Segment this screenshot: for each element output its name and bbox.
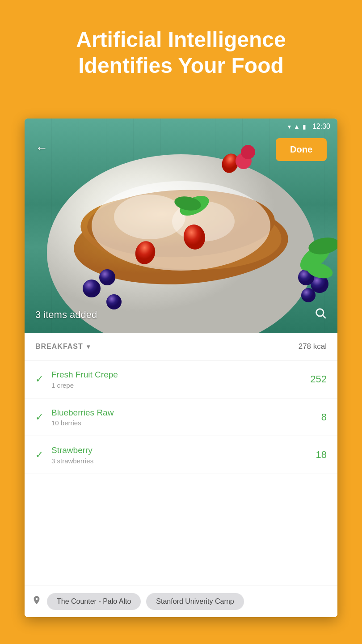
svg-point-23 — [316, 309, 324, 316]
check-icon-strawberry: ✓ — [35, 449, 43, 461]
check-icon-blueberries: ✓ — [35, 411, 43, 423]
food-item-strawberry[interactable]: ✓ Strawberry 3 strawberries 18 — [25, 436, 337, 474]
food-serving-blueberries: 10 berries — [51, 419, 321, 427]
food-item-blueberries[interactable]: ✓ Blueberries Raw 10 berries 8 — [25, 398, 337, 436]
svg-point-8 — [99, 269, 115, 285]
svg-point-17 — [241, 145, 255, 159]
food-calories-strawberry: 18 — [316, 449, 327, 461]
meal-type-label: BREAKFAST — [35, 343, 83, 351]
battery-icon: ▮ — [303, 123, 306, 130]
food-name-strawberry: Strawberry — [51, 445, 316, 456]
svg-point-7 — [83, 280, 101, 297]
food-item-crepe[interactable]: ✓ Fresh Fruit Crepe 1 crepe 252 — [25, 360, 337, 398]
camera-view: ▾ ▲ ▮ 12:30 ← Done 3 items added — [25, 119, 337, 333]
hero-title-line2: Identifies Your Food — [78, 54, 284, 77]
items-added-label: 3 items added — [35, 309, 97, 321]
location-pin-icon — [32, 595, 42, 608]
meal-list: BREAKFAST ▾ 278 kcal ✓ Fresh Fruit Crepe… — [25, 333, 337, 617]
food-info-crepe: Fresh Fruit Crepe 1 crepe — [51, 369, 310, 389]
food-serving-crepe: 1 crepe — [51, 381, 310, 389]
meal-chevron-icon: ▾ — [87, 343, 90, 350]
status-time: 12:30 — [312, 123, 330, 131]
done-button[interactable]: Done — [276, 138, 327, 161]
location-bar: The Counter - Palo Alto Stanford Univeri… — [25, 585, 337, 617]
food-serving-strawberry: 3 strawberries — [51, 457, 316, 465]
wifi-icon: ▾ — [288, 123, 291, 130]
svg-point-10 — [301, 288, 316, 302]
check-icon-crepe: ✓ — [35, 373, 43, 385]
back-button[interactable]: ← — [35, 141, 48, 155]
location-chip-stanford[interactable]: Stanford Univerity Camp — [146, 593, 244, 610]
meal-label-group: BREAKFAST ▾ — [35, 343, 90, 351]
food-calories-blueberries: 8 — [321, 411, 327, 423]
location-chip-counter[interactable]: The Counter - Palo Alto — [47, 593, 141, 610]
food-info-blueberries: Blueberries Raw 10 berries — [51, 407, 321, 427]
food-name-blueberries: Blueberries Raw — [51, 407, 321, 419]
meal-header[interactable]: BREAKFAST ▾ 278 kcal — [25, 333, 337, 360]
status-bar: ▾ ▲ ▮ 12:30 — [25, 119, 337, 135]
svg-line-24 — [323, 315, 325, 318]
svg-point-12 — [106, 294, 122, 309]
phone-mockup: ▾ ▲ ▮ 12:30 ← Done 3 items added BREAKFA… — [25, 119, 337, 617]
food-name-crepe: Fresh Fruit Crepe — [51, 369, 310, 381]
hero-title-line1: Artificial Intelligence — [76, 28, 286, 51]
hero-title: Artificial Intelligence Identifies Your … — [0, 0, 362, 96]
food-info-strawberry: Strawberry 3 strawberries — [51, 445, 316, 465]
food-calories-crepe: 252 — [310, 373, 327, 385]
meal-total-kcal: 278 kcal — [299, 342, 327, 351]
signal-icon: ▲ — [294, 123, 300, 130]
search-icon[interactable] — [314, 307, 327, 322]
